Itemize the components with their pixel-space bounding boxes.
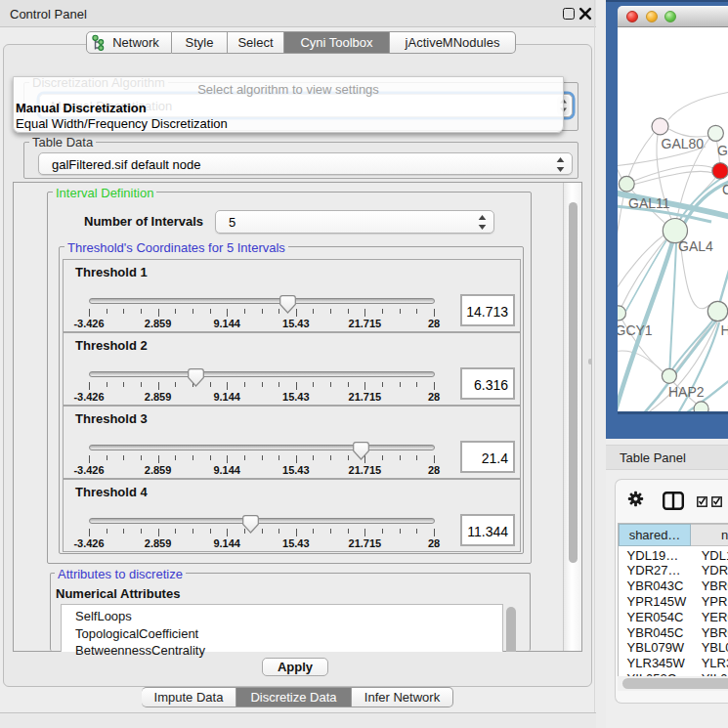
svg-text:GAL80: GAL80: [662, 136, 705, 151]
svg-text:GAL11: GAL11: [628, 195, 670, 211]
svg-text:GCY1: GCY1: [618, 322, 653, 338]
svg-text:GAL4: GAL4: [678, 238, 713, 254]
svg-text:CO: CO: [722, 182, 728, 197]
svg-text:HAP2: HAP2: [668, 384, 705, 400]
svg-text:HI: HI: [721, 322, 728, 338]
svg-text:GAL7: GAL7: [717, 143, 728, 158]
